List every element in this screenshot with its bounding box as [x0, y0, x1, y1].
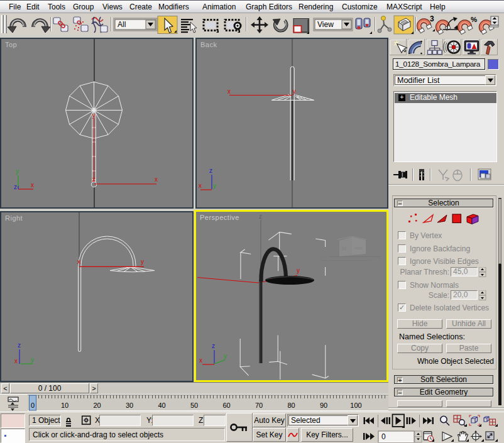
- svg-text:max: max: [354, 246, 363, 250]
- svg-text:10: 10: [61, 402, 68, 409]
- svg-text:30: 30: [126, 402, 133, 409]
- svg-text:y: y: [16, 168, 19, 175]
- svg-text:y: y: [224, 353, 227, 359]
- svg-text:z: z: [14, 183, 17, 190]
- svg-text:3: 3: [430, 14, 434, 23]
- svg-text:x: x: [227, 88, 231, 95]
- svg-text:x: x: [155, 176, 158, 183]
- svg-text:z: z: [92, 176, 96, 183]
- svg-text:y: y: [31, 356, 34, 363]
- svg-text:y: y: [92, 112, 96, 119]
- svg-text:y: y: [297, 267, 300, 274]
- svg-text:100: 100: [350, 402, 361, 409]
- svg-text:20: 20: [93, 402, 101, 409]
- svg-text:0: 0: [31, 402, 35, 409]
- svg-text:z: z: [209, 167, 212, 174]
- svg-text:x: x: [77, 258, 80, 265]
- svg-text:%: %: [471, 16, 477, 23]
- svg-text:60: 60: [222, 402, 230, 409]
- svg-text:3d: 3d: [341, 246, 346, 251]
- svg-text:40: 40: [158, 402, 165, 409]
- svg-text:y: y: [293, 88, 296, 95]
- svg-text:y: y: [213, 182, 216, 189]
- svg-text:All: All: [118, 20, 126, 29]
- svg-text:70: 70: [255, 402, 263, 409]
- svg-text:View: View: [317, 20, 334, 29]
- svg-text:x: x: [199, 182, 202, 189]
- svg-text:x: x: [31, 182, 34, 189]
- svg-text:50: 50: [190, 402, 198, 409]
- svg-text:x: x: [199, 357, 202, 364]
- svg-text:y: y: [141, 258, 144, 265]
- svg-text:z: z: [259, 213, 262, 220]
- svg-text:0: 0: [381, 432, 386, 441]
- svg-text:90: 90: [320, 402, 327, 409]
- svg-text:z: z: [212, 342, 215, 349]
- svg-text:x: x: [14, 358, 18, 364]
- svg-text:z: z: [18, 342, 21, 349]
- svg-text:80: 80: [287, 402, 295, 409]
